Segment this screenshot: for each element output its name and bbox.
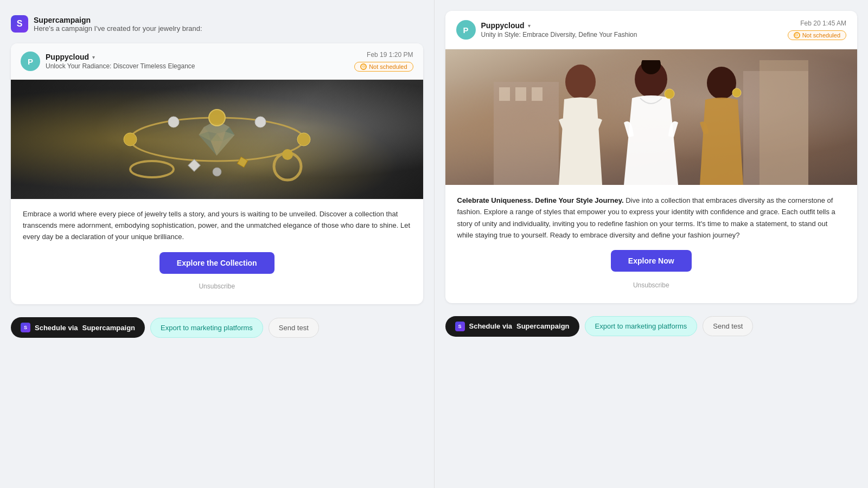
svg-rect-16 [515,87,526,101]
sender-chevron-2[interactable]: ▾ [528,23,531,29]
sender-info-2: Puppycloud ▾ Unity in Style: Embrace Div… [481,21,637,38]
jewelry-image [11,80,423,199]
svg-rect-10 [237,157,247,167]
app-name: Supercampaign [34,16,202,24]
sender-name-2: Puppycloud [481,21,525,30]
svg-point-1 [124,133,137,146]
schedule-button-right[interactable]: S Schedule via Supercampaign [445,316,579,337]
chat-header: S Supercampaign Here's a campaign I've c… [11,11,423,37]
email-content-2: Celebrate Uniqueness. Define Your Style … [445,185,858,303]
fashion-svg [494,60,808,185]
email-sender-2: P Puppycloud ▾ Unity in Style: Embrace D… [456,20,637,40]
jewelry-svg [81,91,353,188]
schedule-button-left[interactable]: S Schedule via Supercampaign [11,317,145,338]
schedule-brand-right: Supercampaign [516,322,570,330]
explore-collection-button[interactable]: Explore the Collection [159,252,275,274]
sender-subject-2: Unity in Style: Embrace Diversity, Defin… [481,31,637,38]
unsubscribe-link-1[interactable]: Unsubscribe [23,282,411,290]
svg-point-8 [130,161,174,177]
schedule-label-right: Schedule via [469,322,512,330]
export-button-left[interactable]: Export to marketing platforms [150,318,263,338]
email-body-text-1: Embrace a world where every piece of jew… [23,209,411,242]
svg-rect-15 [499,87,510,101]
email-header-2: P Puppycloud ▾ Unity in Style: Embrace D… [445,11,858,49]
svg-point-23 [665,89,674,99]
email-bold-intro: Celebrate Uniqueness. Define Your Style … [457,196,624,204]
not-scheduled-badge-2: ⊖ Not scheduled [788,30,846,40]
app-icon-symbol: S [17,19,23,29]
email-sender-1: P Puppycloud ▾ Unlock Your Radiance: Dis… [21,52,195,71]
sender-name-row-1: Puppycloud ▾ [46,53,195,61]
email-header-1: P Puppycloud ▾ Unlock Your Radiance: Dis… [11,43,423,80]
explore-now-button[interactable]: Explore Now [611,250,692,272]
not-scheduled-icon-2: ⊖ [794,32,800,38]
svg-rect-17 [532,87,542,101]
action-bar-left: S Schedule via Supercampaign Export to m… [11,311,423,338]
sender-avatar-1: P [21,52,40,71]
supercampaign-icon-left: S [21,323,30,332]
svg-point-18 [565,65,596,99]
schedule-label-left: Schedule via [35,324,78,332]
email-card-1: P Puppycloud ▾ Unlock Your Radiance: Dis… [11,43,423,304]
sender-chevron-1[interactable]: ▾ [92,54,95,60]
left-panel: S Supercampaign Here's a campaign I've c… [0,0,434,488]
svg-point-5 [209,110,225,126]
svg-point-3 [168,117,179,127]
schedule-brand-left: Supercampaign [82,324,135,332]
send-test-button-right[interactable]: Send test [703,316,753,336]
sender-subject-1: Unlock Your Radiance: Discover Timeless … [46,62,195,70]
email-body-text-2: Celebrate Uniqueness. Define Your Style … [457,195,846,241]
app-icon: S [11,15,28,33]
email-meta-1: Feb 19 1:20 PM ⊖ Not scheduled [354,51,413,72]
unsubscribe-link-2[interactable]: Unsubscribe [457,281,846,289]
svg-rect-14 [760,60,808,185]
not-scheduled-badge-1: ⊖ Not scheduled [354,62,413,72]
send-test-button-left[interactable]: Send test [269,318,319,338]
supercampaign-icon-right: S [455,322,465,331]
email-date-2: Feb 20 1:45 AM [800,20,846,27]
email-content-1: Embrace a world where every piece of jew… [11,199,423,304]
fashion-image [445,49,858,185]
sender-name-row-2: Puppycloud ▾ [481,21,637,30]
email-meta-2: Feb 20 1:45 AM ⊖ Not scheduled [788,20,846,40]
svg-point-2 [297,133,310,146]
export-button-right[interactable]: Export to marketing platforms [585,316,698,336]
svg-point-22 [732,88,741,97]
sender-name-1: Puppycloud [46,53,89,61]
chat-header-text: Supercampaign Here's a campaign I've cre… [34,16,202,33]
email-card-2: P Puppycloud ▾ Unity in Style: Embrace D… [445,11,858,303]
not-scheduled-icon-1: ⊖ [360,63,367,70]
svg-point-7 [282,149,293,160]
svg-point-4 [255,117,266,127]
app-description: Here's a campaign I've created for your … [34,24,202,33]
sender-avatar-2: P [456,20,476,40]
right-panel: P Puppycloud ▾ Unity in Style: Embrace D… [435,0,869,488]
sender-info-1: Puppycloud ▾ Unlock Your Radiance: Disco… [46,53,195,70]
not-scheduled-label-1: Not scheduled [369,63,407,70]
email-date-1: Feb 19 1:20 PM [367,51,413,59]
svg-point-11 [213,168,221,176]
svg-point-21 [707,67,736,99]
not-scheduled-label-2: Not scheduled [802,32,840,38]
action-bar-right: S Schedule via Supercampaign Export to m… [445,310,858,337]
